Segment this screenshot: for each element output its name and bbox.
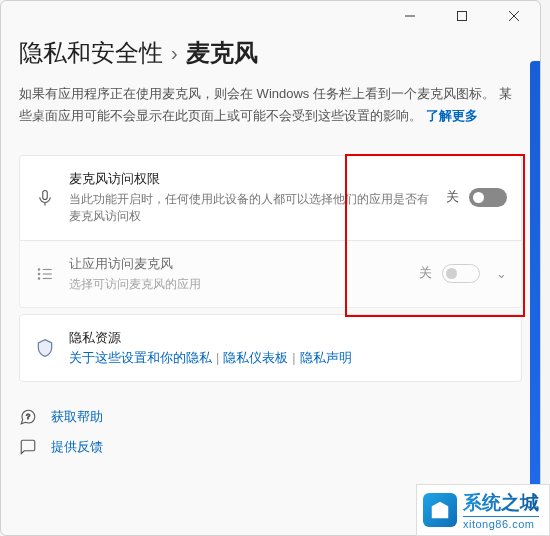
svg-text:?: ? xyxy=(26,412,30,421)
feedback-label: 提供反馈 xyxy=(51,438,103,456)
watermark-logo-icon xyxy=(423,493,457,527)
shield-icon xyxy=(34,337,56,359)
feedback-icon xyxy=(19,438,37,456)
breadcrumb-parent[interactable]: 隐私和安全性 xyxy=(19,37,163,69)
watermark-url: xitong86.com xyxy=(463,516,539,530)
maximize-button[interactable] xyxy=(440,2,484,30)
info-text: 如果有应用程序正在使用麦克风，则会在 Windows 任务栏上看到一个麦克风图标… xyxy=(19,83,522,127)
chevron-right-icon: › xyxy=(171,42,178,65)
close-icon xyxy=(509,11,519,21)
microphone-icon xyxy=(34,187,56,209)
watermark-name: 系统之城 xyxy=(463,490,539,516)
app-access-toggle[interactable] xyxy=(442,264,480,283)
minimize-button[interactable] xyxy=(388,2,432,30)
titlebar xyxy=(1,1,540,31)
app-access-card: 让应用访问麦克风 选择可访问麦克风的应用 关 ⌄ xyxy=(19,241,522,308)
svg-point-6 xyxy=(38,269,40,271)
maximize-icon xyxy=(457,11,467,21)
app-access-sub: 选择可访问麦克风的应用 xyxy=(69,276,406,293)
privacy-dashboard-link[interactable]: 隐私仪表板 xyxy=(223,351,288,365)
minimize-icon xyxy=(405,11,415,21)
learn-more-link[interactable]: 了解更多 xyxy=(426,108,478,123)
mic-access-title: 麦克风访问权限 xyxy=(69,170,433,188)
app-access-title: 让应用访问麦克风 xyxy=(69,255,406,273)
settings-window: 隐私和安全性 › 麦克风 如果有应用程序正在使用麦克风，则会在 Windows … xyxy=(0,0,541,536)
right-edge-decor xyxy=(530,61,540,501)
watermark: 系统之城 xitong86.com xyxy=(416,484,550,536)
svg-rect-4 xyxy=(43,190,48,199)
privacy-card: 隐私资源 关于这些设置和你的隐私|隐私仪表板|隐私声明 xyxy=(19,314,522,382)
get-help-link[interactable]: ? 获取帮助 xyxy=(19,408,522,426)
svg-point-8 xyxy=(38,278,40,280)
mic-access-toggle[interactable] xyxy=(469,188,507,207)
privacy-links: 关于这些设置和你的隐私|隐私仪表板|隐私声明 xyxy=(69,350,507,367)
help-icon: ? xyxy=(19,408,37,426)
privacy-statement-link[interactable]: 隐私声明 xyxy=(300,351,352,365)
privacy-about-link[interactable]: 关于这些设置和你的隐私 xyxy=(69,351,212,365)
mic-access-card: 麦克风访问权限 当此功能开启时，任何使用此设备的人都可以选择他们的应用是否有麦克… xyxy=(19,155,522,241)
chevron-down-icon[interactable]: ⌄ xyxy=(496,266,507,281)
privacy-title: 隐私资源 xyxy=(69,329,507,347)
feedback-link[interactable]: 提供反馈 xyxy=(19,438,522,456)
mic-access-sub: 当此功能开启时，任何使用此设备的人都可以选择他们的应用是否有麦克风访问权 xyxy=(69,191,433,226)
breadcrumb: 隐私和安全性 › 麦克风 xyxy=(19,37,522,69)
list-icon xyxy=(34,263,56,285)
svg-rect-1 xyxy=(458,12,467,21)
svg-point-7 xyxy=(38,273,40,275)
get-help-label: 获取帮助 xyxy=(51,408,103,426)
page-title: 麦克风 xyxy=(186,37,258,69)
app-access-state: 关 xyxy=(419,265,432,282)
close-button[interactable] xyxy=(492,2,536,30)
mic-access-state: 关 xyxy=(446,189,459,206)
